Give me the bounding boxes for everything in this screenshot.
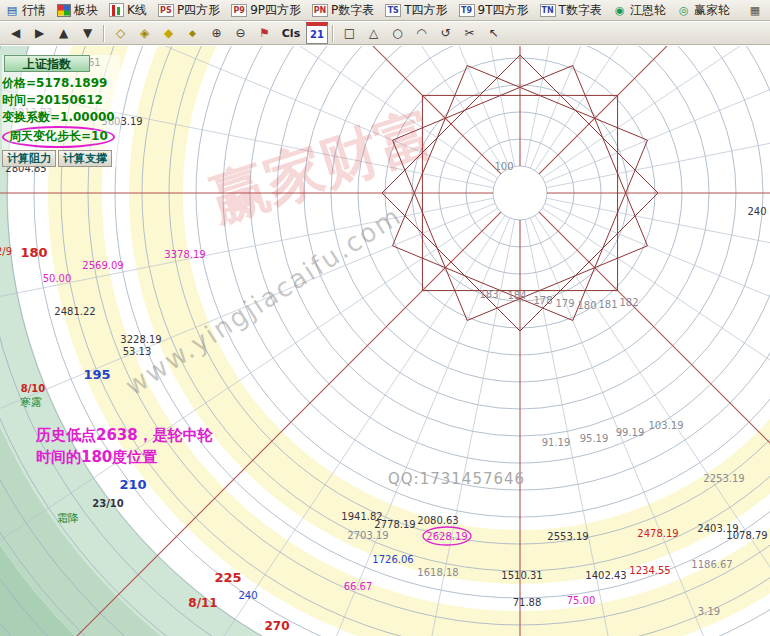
diamond-solid-button[interactable]: ◆ bbox=[157, 23, 180, 44]
wheel-label: 103.19 bbox=[649, 420, 684, 431]
menu-item-label: K线 bbox=[127, 2, 147, 19]
wheel-label: 179 bbox=[555, 298, 574, 309]
crop-tool-button[interactable]: ✂ bbox=[458, 23, 481, 44]
wheel-label: 225 bbox=[214, 570, 241, 585]
menu-item-sectors[interactable]: 板块 bbox=[54, 1, 104, 20]
qq-watermark: QQ:1731457646 bbox=[388, 470, 525, 488]
wheel-label: 1618.18 bbox=[417, 567, 458, 578]
wheel-label: 1186.67 bbox=[691, 559, 732, 570]
menu-item-label: 赢家轮 bbox=[694, 2, 730, 19]
rotate-tool-button[interactable]: ↺ bbox=[434, 23, 457, 44]
menu-item-gann-wheel[interactable]: ◉江恩轮 bbox=[610, 1, 672, 20]
toolbar-separator bbox=[103, 25, 105, 42]
arc-tool-button[interactable]: ◠ bbox=[410, 23, 433, 44]
ps-icon: PS bbox=[158, 4, 174, 17]
zoom-out-button[interactable]: ⊖ bbox=[229, 23, 252, 44]
cls-button[interactable]: Cls bbox=[277, 23, 305, 44]
wheel-label: 8/10 bbox=[21, 383, 46, 394]
index-info-panel: 上证指数 价格=5178.1899 时间=20150612 变换系数=1.000… bbox=[2, 55, 120, 167]
wheel-label: 2778.19 bbox=[374, 519, 415, 530]
calc-support-button[interactable]: 计算支撑 bbox=[58, 150, 112, 167]
menu-item-label: 江恩轮 bbox=[630, 2, 666, 19]
pointer-up-button[interactable]: ▲ bbox=[52, 23, 75, 44]
menu-item-label: T四方形 bbox=[404, 2, 447, 19]
wheel-label: 3228.19 bbox=[120, 334, 161, 345]
index-name-button[interactable]: 上证指数 bbox=[4, 55, 90, 72]
menu-item-9p-square[interactable]: P99P四方形 bbox=[228, 1, 307, 20]
p9-icon: P9 bbox=[231, 4, 247, 17]
menu-item-label: 行情 bbox=[22, 2, 46, 19]
menu-bar: ▤行情板块K线PSP四方形P99P四方形PNP数字表TST四方形T99T四方形T… bbox=[0, 0, 770, 21]
wheel-label: 184 bbox=[507, 290, 526, 301]
calc-resistance-button[interactable]: 计算阻力 bbox=[2, 150, 56, 167]
wheel-label: 2569.09 bbox=[82, 260, 123, 271]
wheel-label: 53.13 bbox=[123, 346, 152, 357]
menu-item-label: P数字表 bbox=[331, 2, 374, 19]
menu-item-p-square[interactable]: PSP四方形 bbox=[155, 1, 226, 20]
wheel-label: 182 bbox=[619, 297, 638, 308]
wheel-label: 100 bbox=[494, 161, 513, 172]
diamond-outline-button[interactable]: ◇ bbox=[109, 23, 132, 44]
zoom-in-button[interactable]: ⊕ bbox=[205, 23, 228, 44]
quotes-icon: ▤ bbox=[5, 4, 19, 17]
wheel-label: 3378.19 bbox=[164, 249, 205, 260]
wheel-label: 1234.55 bbox=[629, 565, 670, 576]
more-grid-icon: ▦ bbox=[748, 4, 762, 17]
history-low-annotation: 历史低点2638，是轮中轮时间的180度位置 bbox=[36, 424, 213, 468]
gann-wheel-icon: ◉ bbox=[613, 4, 627, 17]
wheel-label: 195 bbox=[83, 367, 110, 382]
menu-item-label: 板块 bbox=[74, 2, 98, 19]
wheel-label: 270 bbox=[264, 619, 289, 633]
wheel-label: 1402.43 bbox=[585, 570, 626, 581]
menu-item-t-square[interactable]: TST四方形 bbox=[382, 1, 453, 20]
wheel-label: 240 bbox=[238, 590, 257, 601]
ts-icon: TS bbox=[385, 4, 401, 17]
wheel-label: 180 bbox=[577, 300, 596, 311]
wheel-label: 霜降 bbox=[57, 512, 79, 525]
step-readout: 周天变化步长=10 bbox=[2, 126, 120, 148]
select-tool-button[interactable]: ↖ bbox=[482, 23, 505, 44]
menu-item-more[interactable]: ▦ bbox=[745, 3, 768, 18]
kline-icon bbox=[109, 3, 124, 17]
menu-item-label: P四方形 bbox=[177, 2, 220, 19]
wheel-label: 2703.19 bbox=[347, 530, 388, 541]
wheel-label: 66.67 bbox=[344, 581, 373, 592]
filter-button[interactable]: ▼ bbox=[76, 23, 99, 44]
toolbar: ◀▶▲▼◇◈◆◆⊕⊖⚑Cls21□△○◠↺✂↖ bbox=[0, 22, 770, 45]
wheel-label: 75.00 bbox=[567, 595, 596, 606]
diamond-inner-button[interactable]: ◈ bbox=[133, 23, 156, 44]
triangle-tool-button[interactable]: △ bbox=[362, 23, 385, 44]
forward-button[interactable]: ▶ bbox=[28, 23, 51, 44]
wheel-label: 180 bbox=[20, 245, 47, 260]
wheel-label: 3.19 bbox=[698, 606, 720, 617]
calendar-button[interactable]: 21 bbox=[306, 22, 328, 44]
step-highlight-oval: 周天变化步长=10 bbox=[2, 126, 115, 148]
menu-item-t-table[interactable]: TNT数字表 bbox=[537, 1, 608, 20]
ellipse-tool-button[interactable]: ○ bbox=[386, 23, 409, 44]
menu-item-quotes[interactable]: ▤行情 bbox=[2, 1, 52, 20]
menu-item-label: 9P四方形 bbox=[250, 2, 301, 19]
wheel-label: 2/9 bbox=[0, 246, 12, 257]
wheel-label: 23/10 bbox=[92, 498, 124, 509]
menu-item-winner-wheel[interactable]: ◎赢家轮 bbox=[674, 1, 736, 20]
menu-item-9t-square[interactable]: T99T四方形 bbox=[456, 1, 535, 20]
rect-tool-button[interactable]: □ bbox=[338, 23, 361, 44]
menu-item-p-table[interactable]: PNP数字表 bbox=[309, 1, 380, 20]
t9-icon: T9 bbox=[459, 4, 475, 17]
wheel-label: 2253.19 bbox=[703, 473, 744, 484]
menu-item-label: T数字表 bbox=[559, 2, 602, 19]
menu-item-label: 9T四方形 bbox=[478, 2, 529, 19]
wheel-label: 181 bbox=[598, 299, 617, 310]
gann-wheel-app: ▤行情板块K线PSP四方形P99P四方形PNP数字表TST四方形T99T四方形T… bbox=[0, 0, 770, 636]
menu-item-kline[interactable]: K线 bbox=[106, 1, 153, 20]
wheel-label: 183 bbox=[479, 289, 498, 300]
wheel-label: 8/11 bbox=[188, 596, 217, 610]
wheel-label: 1726.06 bbox=[372, 554, 413, 565]
wheel-label: 2478.19 bbox=[637, 528, 678, 539]
wheel-label: 240 bbox=[747, 206, 766, 217]
wheel-chart-area[interactable]: 3020.612912.733603.192804.852569.0950.00… bbox=[0, 46, 770, 636]
back-button[interactable]: ◀ bbox=[4, 23, 27, 44]
wheel-label: 2553.19 bbox=[547, 531, 588, 542]
diamond-small-button[interactable]: ◆ bbox=[181, 23, 204, 44]
marker-button[interactable]: ⚑ bbox=[253, 23, 276, 44]
